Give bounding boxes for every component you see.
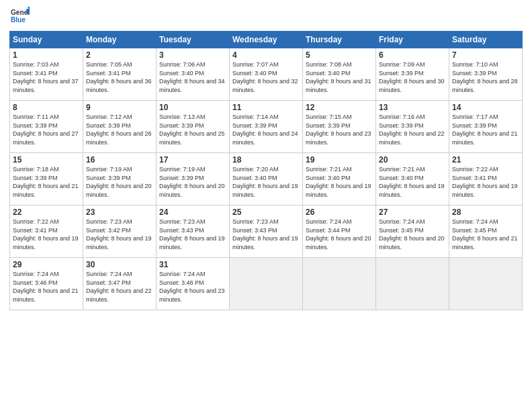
day-number: 8: [13, 103, 80, 112]
day-number: 6: [379, 50, 446, 60]
calendar-day-cell: 26Sunrise: 7:24 AMSunset: 3:44 PMDayligh…: [303, 205, 376, 258]
day-number: 5: [306, 50, 373, 60]
day-number: 7: [452, 50, 519, 60]
day-number: 1: [13, 50, 80, 60]
day-info: Sunrise: 7:08 AMSunset: 3:40 PMDaylight:…: [306, 61, 371, 93]
day-of-week-header: Sunday: [10, 32, 83, 48]
day-info: Sunrise: 7:24 AMSunset: 3:47 PMDaylight:…: [86, 271, 152, 303]
day-info: Sunrise: 7:21 AMSunset: 3:40 PMDaylight:…: [379, 166, 445, 198]
logo-icon: General Blue: [11, 7, 30, 26]
day-number: 18: [232, 155, 300, 165]
day-number: 9: [86, 103, 153, 112]
day-info: Sunrise: 7:22 AMSunset: 3:41 PMDaylight:…: [452, 166, 518, 198]
calendar-day-cell: 21Sunrise: 7:22 AMSunset: 3:41 PMDayligh…: [449, 153, 523, 205]
day-info: Sunrise: 7:10 AMSunset: 3:39 PMDaylight:…: [452, 61, 518, 93]
calendar-week-row: 22Sunrise: 7:22 AMSunset: 3:41 PMDayligh…: [10, 205, 523, 258]
day-info: Sunrise: 7:20 AMSunset: 3:40 PMDaylight:…: [232, 166, 298, 198]
day-number: 2: [86, 50, 153, 60]
day-number: 28: [452, 208, 519, 217]
calendar-table: SundayMondayTuesdayWednesdayThursdayFrid…: [9, 31, 523, 310]
calendar-day-cell: 25Sunrise: 7:23 AMSunset: 3:43 PMDayligh…: [230, 205, 303, 258]
calendar-body: 1Sunrise: 7:03 AMSunset: 3:41 PMDaylight…: [10, 48, 523, 310]
day-number: 21: [452, 155, 519, 165]
day-info: Sunrise: 7:23 AMSunset: 3:42 PMDaylight:…: [86, 218, 152, 250]
day-info: Sunrise: 7:13 AMSunset: 3:39 PMDaylight:…: [159, 113, 225, 146]
day-info: Sunrise: 7:18 AMSunset: 3:39 PMDaylight:…: [13, 166, 79, 198]
day-info: Sunrise: 7:11 AMSunset: 3:39 PMDaylight:…: [13, 113, 79, 146]
calendar-day-cell: [376, 258, 449, 310]
day-number: 19: [306, 155, 373, 165]
day-number: 12: [306, 103, 373, 112]
calendar-week-row: 29Sunrise: 7:24 AMSunset: 3:46 PMDayligh…: [10, 258, 523, 310]
header: General Blue: [9, 7, 523, 28]
calendar-day-cell: 30Sunrise: 7:24 AMSunset: 3:47 PMDayligh…: [83, 258, 157, 310]
day-info: Sunrise: 7:19 AMSunset: 3:39 PMDaylight:…: [159, 166, 225, 198]
day-info: Sunrise: 7:05 AMSunset: 3:41 PMDaylight:…: [86, 61, 152, 93]
calendar-day-cell: 8Sunrise: 7:11 AMSunset: 3:39 PMDaylight…: [10, 101, 83, 153]
calendar-day-cell: 15Sunrise: 7:18 AMSunset: 3:39 PMDayligh…: [10, 153, 83, 205]
calendar-day-cell: 2Sunrise: 7:05 AMSunset: 3:41 PMDaylight…: [83, 48, 157, 101]
calendar-day-cell: 10Sunrise: 7:13 AMSunset: 3:39 PMDayligh…: [157, 101, 230, 153]
page-container: General Blue SundayMondayTuesdayWednesda…: [0, 0, 532, 314]
day-info: Sunrise: 7:24 AMSunset: 3:44 PMDaylight:…: [306, 218, 371, 250]
calendar-day-cell: 27Sunrise: 7:24 AMSunset: 3:45 PMDayligh…: [376, 205, 449, 258]
calendar-day-cell: [230, 258, 303, 310]
day-of-week-header: Friday: [376, 32, 449, 48]
day-of-week-header: Tuesday: [157, 32, 230, 48]
calendar-day-cell: 5Sunrise: 7:08 AMSunset: 3:40 PMDaylight…: [303, 48, 376, 101]
day-info: Sunrise: 7:24 AMSunset: 3:46 PMDaylight:…: [13, 271, 79, 303]
day-number: 27: [379, 208, 446, 217]
calendar-day-cell: [303, 258, 376, 310]
calendar-day-cell: [449, 258, 523, 310]
calendar-day-cell: 7Sunrise: 7:10 AMSunset: 3:39 PMDaylight…: [449, 48, 523, 101]
calendar-day-cell: 28Sunrise: 7:24 AMSunset: 3:45 PMDayligh…: [449, 205, 523, 258]
calendar-day-cell: 1Sunrise: 7:03 AMSunset: 3:41 PMDaylight…: [10, 48, 83, 101]
calendar-day-cell: 20Sunrise: 7:21 AMSunset: 3:40 PMDayligh…: [376, 153, 449, 205]
day-info: Sunrise: 7:23 AMSunset: 3:43 PMDaylight:…: [159, 218, 225, 250]
day-info: Sunrise: 7:17 AMSunset: 3:39 PMDaylight:…: [452, 113, 518, 146]
day-info: Sunrise: 7:19 AMSunset: 3:39 PMDaylight:…: [86, 166, 152, 198]
calendar-day-cell: 11Sunrise: 7:14 AMSunset: 3:39 PMDayligh…: [230, 101, 303, 153]
logo: General Blue: [9, 7, 30, 28]
calendar-day-cell: 23Sunrise: 7:23 AMSunset: 3:42 PMDayligh…: [83, 205, 157, 258]
day-info: Sunrise: 7:14 AMSunset: 3:39 PMDaylight:…: [232, 113, 298, 146]
day-number: 13: [379, 103, 446, 112]
day-number: 16: [86, 155, 153, 165]
calendar-day-cell: 18Sunrise: 7:20 AMSunset: 3:40 PMDayligh…: [230, 153, 303, 205]
svg-marker-2: [26, 9, 30, 14]
day-number: 26: [306, 208, 373, 217]
calendar-day-cell: 17Sunrise: 7:19 AMSunset: 3:39 PMDayligh…: [157, 153, 230, 205]
calendar-week-row: 1Sunrise: 7:03 AMSunset: 3:41 PMDaylight…: [10, 48, 523, 101]
day-number: 24: [159, 208, 226, 217]
day-number: 14: [452, 103, 519, 112]
calendar-day-cell: 9Sunrise: 7:12 AMSunset: 3:39 PMDaylight…: [83, 101, 157, 153]
calendar-day-cell: 22Sunrise: 7:22 AMSunset: 3:41 PMDayligh…: [10, 205, 83, 258]
calendar-day-cell: 14Sunrise: 7:17 AMSunset: 3:39 PMDayligh…: [449, 101, 523, 153]
day-info: Sunrise: 7:07 AMSunset: 3:40 PMDaylight:…: [232, 61, 298, 93]
days-of-week-row: SundayMondayTuesdayWednesdayThursdayFrid…: [10, 32, 523, 48]
calendar-week-row: 8Sunrise: 7:11 AMSunset: 3:39 PMDaylight…: [10, 101, 523, 153]
day-info: Sunrise: 7:16 AMSunset: 3:39 PMDaylight:…: [379, 113, 445, 146]
calendar-day-cell: 16Sunrise: 7:19 AMSunset: 3:39 PMDayligh…: [83, 153, 157, 205]
calendar-week-row: 15Sunrise: 7:18 AMSunset: 3:39 PMDayligh…: [10, 153, 523, 205]
day-number: 17: [159, 155, 226, 165]
day-number: 11: [232, 103, 300, 112]
day-number: 23: [86, 208, 153, 217]
calendar-day-cell: 3Sunrise: 7:06 AMSunset: 3:40 PMDaylight…: [157, 48, 230, 101]
day-of-week-header: Wednesday: [230, 32, 303, 48]
day-info: Sunrise: 7:23 AMSunset: 3:43 PMDaylight:…: [232, 218, 298, 250]
calendar-day-cell: 31Sunrise: 7:24 AMSunset: 3:48 PMDayligh…: [157, 258, 230, 310]
day-info: Sunrise: 7:24 AMSunset: 3:45 PMDaylight:…: [452, 218, 518, 250]
day-info: Sunrise: 7:24 AMSunset: 3:48 PMDaylight:…: [159, 271, 225, 303]
day-info: Sunrise: 7:06 AMSunset: 3:40 PMDaylight:…: [159, 61, 225, 93]
day-of-week-header: Saturday: [449, 32, 523, 48]
day-info: Sunrise: 7:09 AMSunset: 3:39 PMDaylight:…: [379, 61, 445, 93]
day-number: 15: [13, 155, 80, 165]
day-number: 29: [13, 260, 80, 269]
day-number: 10: [159, 103, 226, 112]
day-info: Sunrise: 7:15 AMSunset: 3:39 PMDaylight:…: [306, 113, 371, 146]
day-number: 25: [232, 208, 300, 217]
day-of-week-header: Monday: [83, 32, 157, 48]
day-info: Sunrise: 7:03 AMSunset: 3:41 PMDaylight:…: [13, 61, 79, 93]
calendar-day-cell: 13Sunrise: 7:16 AMSunset: 3:39 PMDayligh…: [376, 101, 449, 153]
